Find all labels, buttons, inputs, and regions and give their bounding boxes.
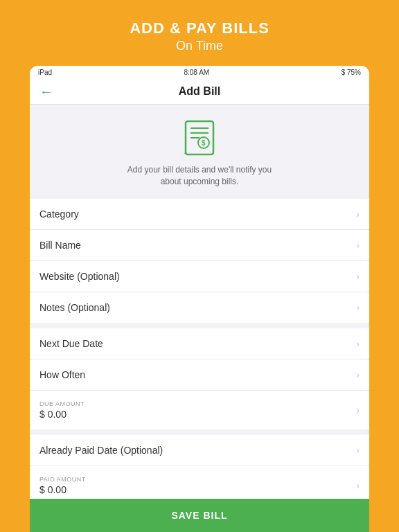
status-right: $ 75% xyxy=(342,69,361,76)
already-paid-date-label: Already Paid Date (Optional) xyxy=(39,445,352,456)
chevron-icon: › xyxy=(356,338,360,349)
category-label: Category xyxy=(39,209,352,220)
bill-name-label: Bill Name xyxy=(39,240,352,251)
chevron-icon: › xyxy=(356,369,360,380)
save-bill-button[interactable]: SAVE BILL xyxy=(30,499,369,532)
form-group-2: Next Due Date › How Often › DUE AMOUNT $… xyxy=(30,328,369,429)
chevron-icon: › xyxy=(356,480,360,491)
form-group-1: Category › Bill Name › Website (Optional… xyxy=(30,199,369,323)
bill-name-row[interactable]: Bill Name › xyxy=(30,230,369,261)
form-section: Category › Bill Name › Website (Optional… xyxy=(30,199,369,499)
phone-frame: iPad 8:08 AM $ 75% ← Add Bill $ Add your… xyxy=(30,66,369,532)
already-paid-date-row[interactable]: Already Paid Date (Optional) › xyxy=(30,435,369,466)
website-label: Website (Optional) xyxy=(39,271,352,282)
page-header: ADD & PAY BILLS On Time xyxy=(0,0,399,63)
svg-text:$: $ xyxy=(202,139,206,147)
back-button[interactable]: ← xyxy=(39,85,53,98)
bill-description: Add your bill details and we'll notify y… xyxy=(127,164,272,188)
paid-amount-row[interactable]: PAID AMOUNT $ 0.00 › xyxy=(30,466,369,499)
nav-title: Add Bill xyxy=(179,85,220,98)
page-subtitle: On Time xyxy=(14,39,385,53)
due-amount-row[interactable]: DUE AMOUNT $ 0.00 › xyxy=(30,391,369,429)
form-group-3: Already Paid Date (Optional) › PAID AMOU… xyxy=(30,435,369,499)
notes-row[interactable]: Notes (Optional) › xyxy=(30,292,369,323)
chevron-icon: › xyxy=(356,302,360,313)
chevron-icon: › xyxy=(356,405,360,416)
status-center: 8:08 AM xyxy=(184,69,209,76)
nav-bar: ← Add Bill xyxy=(30,79,369,105)
paid-amount-label: PAID AMOUNT $ 0.00 xyxy=(39,476,352,495)
next-due-date-row[interactable]: Next Due Date › xyxy=(30,328,369,360)
chevron-icon: › xyxy=(356,445,360,456)
chevron-icon: › xyxy=(356,209,360,220)
status-left: iPad xyxy=(38,69,52,76)
bill-icon: $ xyxy=(179,117,220,159)
how-often-row[interactable]: How Often › xyxy=(30,360,369,391)
category-row[interactable]: Category › xyxy=(30,199,369,230)
chevron-icon: › xyxy=(356,240,360,251)
bill-icon-section: $ Add your bill details and we'll notify… xyxy=(30,105,369,199)
page-title: ADD & PAY BILLS xyxy=(14,19,385,37)
status-bar: iPad 8:08 AM $ 75% xyxy=(30,66,369,79)
how-often-label: How Often xyxy=(39,369,352,380)
due-amount-label: DUE AMOUNT $ 0.00 xyxy=(39,400,352,420)
notes-label: Notes (Optional) xyxy=(39,302,352,313)
chevron-icon: › xyxy=(356,271,360,282)
next-due-date-label: Next Due Date xyxy=(39,338,352,349)
website-row[interactable]: Website (Optional) › xyxy=(30,261,369,292)
